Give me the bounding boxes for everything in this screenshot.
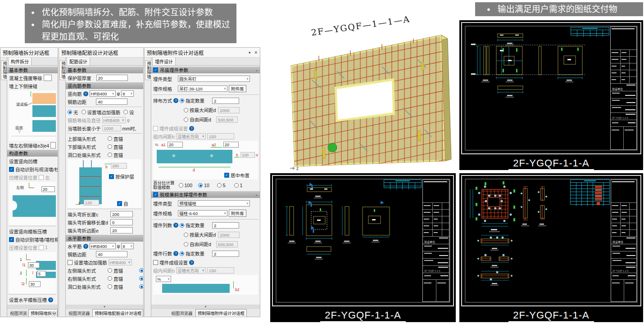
radio-other[interactable] <box>123 110 128 114</box>
embed-type-select-2[interactable]: 预埋锚栓∨ <box>178 200 250 206</box>
radio-left-straight[interactable] <box>108 268 112 273</box>
collapse-icon[interactable]: ⌄ <box>255 68 258 72</box>
tab-component-split[interactable]: 构件拆分 <box>8 58 32 65</box>
vert-dia-select[interactable]: 8∨ <box>121 90 134 97</box>
radio-hole2-bent[interactable] <box>139 284 143 289</box>
joint-lr-input[interactable] <box>50 142 56 148</box>
group-gap-input-2[interactable]: 150 <box>207 267 234 274</box>
collapse-strip[interactable] <box>7 305 58 309</box>
horiz-strengthen-checkbox[interactable] <box>68 260 73 265</box>
rebar-dialog-body[interactable]: 基本参数 保护层厚度 20 竖向筋参数 竖向筋 ? HRB400∨ φ 8∨ <box>66 66 143 305</box>
radio-free-spacing-1[interactable] <box>184 117 188 122</box>
groove-depth-input[interactable]: 20 <box>41 186 55 192</box>
help-icon[interactable]: ? <box>83 244 88 249</box>
h-input[interactable]: 100 <box>240 152 255 158</box>
concrete-grade-select[interactable] <box>44 75 52 81</box>
tab-view-browser[interactable]: 视图浏览器 <box>169 310 195 317</box>
radio-max-spacing-1[interactable] <box>184 108 188 112</box>
group-setting-checkbox-1[interactable] <box>153 126 158 131</box>
radio-max-spacing-2[interactable] <box>184 233 188 237</box>
tab-attachment-dialog[interactable]: 预制隔墙附件设计对话框 <box>195 309 247 317</box>
radio-right-straight[interactable] <box>108 276 112 281</box>
grade-dia-select[interactable]: HRB400∨ <box>102 117 126 123</box>
hoist-embed-checkbox[interactable] <box>153 67 158 72</box>
a1-input[interactable]: 20 <box>168 142 183 148</box>
radio-count-1[interactable] <box>180 99 184 103</box>
l1-input[interactable]: 30 <box>28 262 40 268</box>
radio-top-straight[interactable] <box>108 136 112 141</box>
embed-type-select-1[interactable]: 圆头吊钉∨ <box>178 76 250 82</box>
radio-pct-1[interactable] <box>234 183 239 188</box>
radio-edge-strengthen[interactable] <box>82 110 86 114</box>
radio-free-spacing-2[interactable] <box>184 242 188 247</box>
count-input-2[interactable]: 2 <box>212 222 239 229</box>
horiz-grade-select[interactable]: HRB400∨ <box>90 243 116 249</box>
radio-count-2[interactable] <box>180 223 184 228</box>
embed-spec-select-2[interactable]: 锚栓-6-60∨ <box>178 210 227 216</box>
radio-right-bent[interactable] <box>139 276 143 281</box>
auto-checkbox[interactable] <box>117 201 122 206</box>
help-icon[interactable]: ? <box>173 251 178 256</box>
horiz-edge-input[interactable]: 40 <box>96 251 127 257</box>
help-icon[interactable]: ? <box>173 98 178 103</box>
help-icon[interactable]: ? <box>189 260 194 265</box>
embed-spec-select-1[interactable]: 吊钉-39-120∨ <box>178 85 227 92</box>
auto-detect-press-checkbox[interactable] <box>9 237 14 242</box>
horiz-strengthen-select[interactable]: HRB400∨ <box>109 259 132 265</box>
tab-rebar-design[interactable]: 配筋设计 <box>67 58 90 65</box>
bend-c-input[interactable]: 200 <box>110 211 133 217</box>
radio-pct-10[interactable] <box>198 183 203 188</box>
group-setting-checkbox-2[interactable] <box>153 260 158 265</box>
side-tab-precast-wall[interactable]: 预制隔墙 <box>145 60 152 80</box>
l2-input[interactable]: 30 <box>29 281 41 287</box>
help-icon[interactable]: ? <box>83 91 88 96</box>
radio-pct-100[interactable] <box>179 183 183 188</box>
attachment-library-button-2[interactable]: 附件库 <box>229 210 246 217</box>
group-dir-select-2[interactable]: 沿墙长方向∨ <box>176 267 206 274</box>
help-icon[interactable]: ? <box>189 126 194 131</box>
press-pos-1-checkbox[interactable] <box>39 245 44 250</box>
attachment-library-button-1[interactable]: 附件库 <box>229 85 246 92</box>
radio-hole-straight[interactable] <box>108 153 112 157</box>
bend-d-input[interactable]: 0 <box>110 219 133 225</box>
tab-rebar-dialog[interactable]: 预制隔墙配筋设计对话框 <box>92 309 143 317</box>
percent-select[interactable]: %∨ <box>156 276 171 282</box>
split-dialog-body[interactable]: 基本参数 混凝土强度等级 墙上下侧接缝 梁或板 <box>7 66 58 305</box>
cad-sheet-rebar[interactable]: 建设单位 2F-YGQF-1-1-A 2F-YGQF-1-1-A <box>459 173 643 322</box>
auto-detect-wall-checkbox[interactable] <box>9 167 14 172</box>
group-dir-select-1[interactable]: 沿墙长方向∨ <box>176 133 206 139</box>
horiz-dia-select[interactable]: 8∨ <box>121 243 134 249</box>
radio-pct-5[interactable] <box>217 183 222 188</box>
groove-pos-left-checkbox[interactable] <box>39 175 44 180</box>
tab-view-browser[interactable]: 视图浏览器 <box>8 310 27 317</box>
close-icon[interactable]: ✕ <box>254 50 258 55</box>
radio-hole2-straight[interactable] <box>108 284 112 289</box>
wall-length-input[interactable]: 1000 <box>102 125 121 131</box>
radio-bottom-straight[interactable] <box>108 144 112 149</box>
center-layout-checkbox[interactable] <box>224 173 229 178</box>
max-spacing-input-1[interactable]: 2000 <box>218 107 240 113</box>
side-tab-precast-wall[interactable]: 预制隔墙 <box>59 60 66 80</box>
tab-view-browser[interactable]: 视图浏览器 <box>67 310 91 317</box>
help-icon[interactable]: ? <box>173 223 178 228</box>
cad-sheet-embed-layout[interactable]: 建设单位 2F-YGQF-1-1-A 2F-YGQF-1-1-A <box>459 20 643 170</box>
group-gap-input-1[interactable]: 150 <box>207 133 234 139</box>
attachment-dialog-body[interactable]: 吊装埋件参数 ⌄ 埋件类型 圆头吊钉∨ 埋件规格 吊钉-39-120∨ 附件库 <box>151 66 260 305</box>
radio-count-3[interactable] <box>180 251 184 256</box>
by-cover-checkbox[interactable] <box>109 174 114 179</box>
demold-embed-checkbox[interactable] <box>153 192 158 197</box>
radio-left-bent[interactable] <box>139 268 143 273</box>
bend-e-input[interactable]: 20 <box>110 227 133 233</box>
model-3d-view[interactable]: z 2F—YGQF—1—1—A <box>269 13 457 172</box>
minimize-icon[interactable]: ▾ <box>249 50 251 55</box>
count-input-1[interactable]: 2 <box>212 98 239 104</box>
collapse-strip[interactable]: ▾ <box>151 305 260 309</box>
side-tab-precast-wall[interactable]: 预制隔墙 <box>1 60 8 80</box>
count-input-3[interactable]: 2 <box>212 251 239 257</box>
edge-input[interactable]: 40 <box>96 99 127 105</box>
free-spacing-input-1[interactable]: 500,500 <box>216 117 238 123</box>
cover-input[interactable]: 20 <box>96 75 128 81</box>
b-input[interactable]: 280 <box>111 163 127 169</box>
vert-grade-select[interactable]: HRB400∨ <box>90 90 116 97</box>
radio-none[interactable] <box>68 110 72 114</box>
